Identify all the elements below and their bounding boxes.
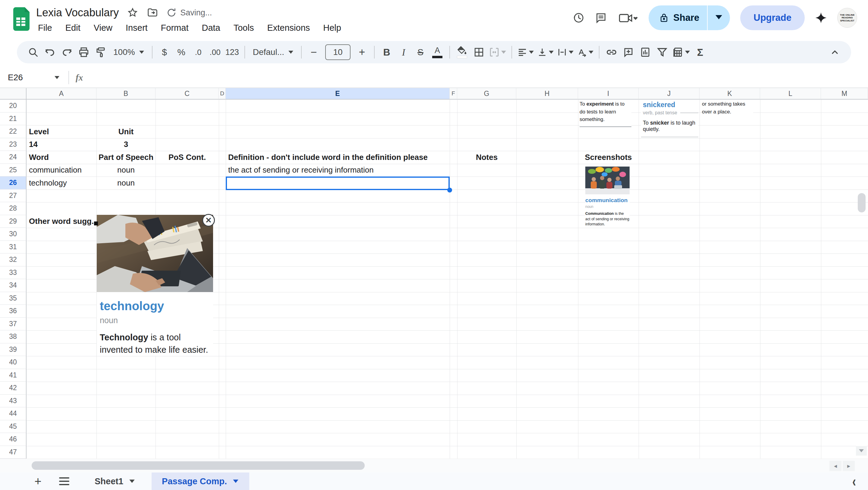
row-header-41[interactable]: 41 [0, 369, 27, 382]
star-icon[interactable] [127, 7, 138, 19]
cell-A29[interactable]: Other word sugg. [27, 215, 95, 228]
spreadsheet-grid[interactable]: To experiment is to do tests to learn so… [0, 88, 868, 472]
menu-tools[interactable]: Tools [227, 21, 261, 35]
create-filter-icon[interactable] [654, 44, 671, 61]
account-avatar[interactable]: THE ONLINE READING SPECIALIST [837, 8, 857, 28]
column-header-K[interactable]: K [700, 88, 760, 99]
row-header-39[interactable]: 39 [0, 343, 27, 356]
gemini-spark-icon[interactable] [815, 12, 827, 24]
comment-history-icon[interactable] [595, 12, 607, 24]
row-header-38[interactable]: 38 [0, 330, 27, 343]
text-rotation-button[interactable] [575, 44, 595, 61]
strikethrough-button[interactable]: S [412, 44, 429, 61]
cell-E24[interactable]: Definition - don't include word in the d… [226, 151, 450, 164]
document-title[interactable]: Lexia Vocabulary [36, 6, 119, 19]
column-header-B[interactable]: B [96, 88, 156, 99]
column-header-I[interactable]: I [578, 88, 639, 99]
vertical-align-button[interactable] [535, 44, 555, 61]
insert-comment-icon[interactable] [620, 44, 637, 61]
row-header-42[interactable]: 42 [0, 382, 27, 395]
fill-color-button[interactable] [454, 44, 470, 61]
scroll-left-button[interactable]: ◂ [830, 461, 841, 471]
row-header-30[interactable]: 30 [0, 228, 27, 241]
decrease-font-size-button[interactable]: − [305, 44, 322, 61]
cell-A23[interactable]: 14 [27, 138, 96, 151]
cell-C24[interactable]: PoS Cont. [156, 151, 219, 164]
row-header-33[interactable]: 33 [0, 266, 27, 279]
share-button[interactable]: Share [649, 5, 730, 30]
tab-passage-comp[interactable]: Passage Comp. [152, 472, 249, 490]
all-sheets-icon[interactable] [59, 477, 69, 485]
scroll-right-button[interactable]: ▸ [843, 461, 855, 471]
row-header-27[interactable]: 27 [0, 190, 27, 202]
tab-sheet1[interactable]: Sheet1 [84, 472, 146, 490]
sheet-menu-caret-icon[interactable] [129, 480, 135, 483]
menu-data[interactable]: Data [195, 21, 227, 35]
borders-button[interactable] [470, 44, 487, 61]
table-tools-icon[interactable] [671, 44, 692, 61]
formula-input[interactable] [83, 67, 868, 87]
row-header-44[interactable]: 44 [0, 407, 27, 420]
column-header-A[interactable]: A [27, 88, 96, 99]
row-header-40[interactable]: 40 [0, 356, 27, 369]
technology-screenshot-card[interactable]: ✕ [97, 215, 213, 356]
move-folder-icon[interactable] [147, 7, 158, 19]
cell-A26[interactable]: technology [27, 176, 96, 190]
bold-button[interactable]: B [378, 44, 395, 61]
screenshot-snippet-experiment[interactable]: To experiment is to do tests to learn so… [580, 100, 631, 127]
row-header-45[interactable]: 45 [0, 420, 27, 433]
upgrade-button[interactable]: Upgrade [740, 5, 805, 30]
cell-B25[interactable]: noun [96, 164, 156, 177]
row-header-23[interactable]: 23 [0, 138, 27, 151]
menu-help[interactable]: Help [316, 21, 348, 35]
close-icon[interactable]: ✕ [202, 214, 215, 227]
insert-chart-icon[interactable] [637, 44, 654, 61]
cell-B23[interactable]: 3 [96, 138, 156, 151]
cell-E25[interactable]: the act of sending or receiving informat… [226, 164, 450, 177]
show-side-panel-icon[interactable]: ‹ [852, 472, 856, 490]
row-header-35[interactable]: 35 [0, 292, 27, 305]
menu-extensions[interactable]: Extensions [260, 21, 316, 35]
redo-icon[interactable] [59, 44, 75, 61]
vertical-scrollbar-thumb[interactable] [858, 193, 866, 212]
cell-A24[interactable]: Word [27, 151, 96, 164]
increase-font-size-button[interactable]: + [353, 44, 370, 61]
column-header-G[interactable]: G [457, 88, 516, 99]
communication-screenshot-card[interactable]: communication noun Communication is the … [585, 167, 629, 227]
row-header-22[interactable]: 22 [0, 125, 27, 138]
horizontal-align-button[interactable] [516, 44, 535, 61]
cell-B26[interactable]: noun [96, 176, 156, 190]
row-header-21[interactable]: 21 [0, 113, 27, 125]
row-header-47[interactable]: 47 [0, 446, 27, 459]
text-color-button[interactable]: A [429, 44, 446, 61]
column-header-J[interactable]: J [639, 88, 700, 99]
format-percent-button[interactable]: % [173, 44, 190, 61]
sheet-menu-caret-icon[interactable] [233, 480, 239, 483]
row-header-25[interactable]: 25 [0, 164, 27, 177]
cell-A25[interactable]: communication [27, 164, 96, 177]
menu-view[interactable]: View [87, 21, 119, 35]
horizontal-scrollbar-thumb[interactable] [32, 461, 365, 470]
search-icon[interactable] [25, 44, 41, 61]
paint-format-icon[interactable] [92, 44, 109, 61]
fill-handle[interactable] [447, 188, 452, 193]
italic-button[interactable]: I [395, 44, 412, 61]
hide-menus-button[interactable] [827, 44, 843, 61]
format-currency-button[interactable]: $ [156, 44, 173, 61]
row-header-36[interactable]: 36 [0, 305, 27, 318]
print-icon[interactable] [75, 44, 92, 61]
more-formats-button[interactable]: 123 [224, 44, 241, 61]
column-header-H[interactable]: H [516, 88, 578, 99]
menu-format[interactable]: Format [154, 21, 195, 35]
screenshot-snippet-snickered[interactable]: snickered verb, past tense To snicker is… [641, 99, 698, 137]
increase-decimals-button[interactable]: .00 [207, 44, 224, 61]
menu-file[interactable]: File [31, 21, 59, 35]
insert-link-icon[interactable] [603, 44, 620, 61]
row-header-28[interactable]: 28 [0, 202, 27, 215]
row-header-24[interactable]: 24 [0, 151, 27, 164]
cell-B22[interactable]: Unit [96, 125, 156, 138]
column-header-C[interactable]: C [156, 88, 219, 99]
row-header-29[interactable]: 29 [0, 215, 27, 228]
zoom-selector[interactable]: 100% [109, 47, 148, 57]
column-header-E[interactable]: E [226, 88, 450, 99]
